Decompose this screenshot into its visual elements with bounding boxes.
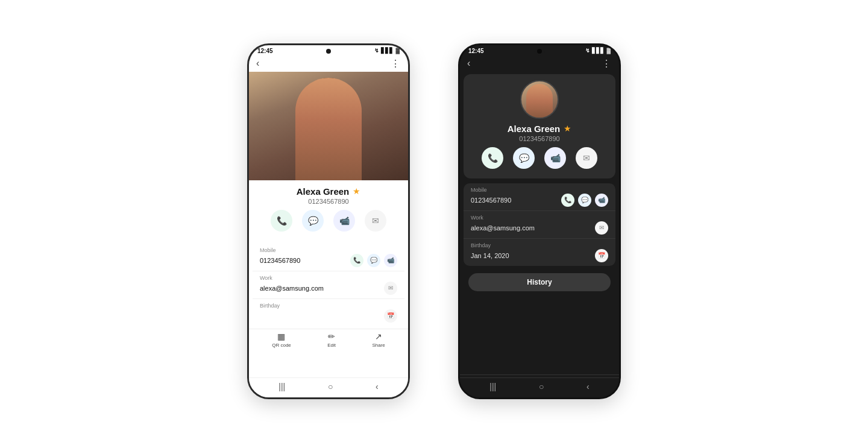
mail-button-dark[interactable]: ✉ [576,147,597,169]
status-icons-light: ↯ ▋▋▋ ▓ [374,48,400,54]
bottom-nav-dark: ||| ○ ‹ [460,377,619,397]
mobile-row-light: Mobile 01234567890 📞 💬 📹 [253,244,404,271]
bottom-toolbar-light: ▦ QR code ✏ Edit ↗ Share [249,329,408,352]
birthday-value-row-light: 📅 [260,309,397,323]
wifi-icon-dark: ↯ [585,48,590,54]
back-button-dark[interactable]: ‹ [467,58,470,69]
mobile-value-dark: 01234567890 [471,197,511,204]
work-mail-light[interactable]: ✉ [384,282,397,295]
work-value-row-dark: alexa@samsung.com ✉ [471,221,608,235]
share-label-light: Share [372,343,385,348]
call-button-dark[interactable]: 📞 [482,147,503,169]
action-row-dark: 📞 💬 📹 ✉ [470,147,609,169]
mobile-value-row-dark: 01234567890 📞 💬 📹 [471,194,608,207]
work-label-dark: Work [471,215,608,221]
birthday-cal-light[interactable]: 📅 [384,309,397,323]
nav-home-dark[interactable]: ○ [539,382,544,391]
work-row-dark: Work alexa@samsung.com ✉ [464,211,615,239]
nav-back-dark[interactable]: ‹ [587,382,590,391]
mobile-msg-light[interactable]: 💬 [367,254,380,267]
message-button-dark[interactable]: 💬 [513,147,535,169]
mobile-row-dark: Mobile 01234567890 📞 💬 📹 [464,183,615,211]
call-button-light[interactable]: 📞 [271,210,292,232]
mobile-call-dark[interactable]: 📞 [561,194,574,207]
qr-icon-light: ▦ [277,332,285,341]
message-button-light[interactable]: 💬 [302,210,324,232]
app-bar-light: ‹ ⋮ [249,55,408,72]
birthday-actions-light: 📅 [384,309,397,323]
edit-icon-light: ✏ [328,332,335,341]
phone-dark: 12:45 ↯ ▋▋▋ ▓ ‹ ⋮ Alexa Green ★ 01234567… [458,43,621,399]
hero-photo-light [249,72,408,180]
video-button-dark[interactable]: 📹 [544,147,566,169]
detail-section-light: Mobile 01234567890 📞 💬 📹 Work alexa@sams… [253,244,404,326]
history-button[interactable]: History [468,273,611,291]
time-light: 12:45 [257,48,273,54]
dark-contact-card: Alexa Green ★ 01234567890 📞 💬 📹 ✉ [464,74,615,178]
status-icons-dark: ↯ ▋▋▋ ▓ [585,48,611,54]
app-bar-dark: ‹ ⋮ [460,55,619,72]
work-value-light: alexa@samsung.com [260,285,324,292]
work-value-row-light: alexa@samsung.com ✉ [260,282,397,295]
time-dark: 12:45 [468,48,484,54]
work-value-dark: alexa@samsung.com [471,224,535,232]
work-mail-dark[interactable]: ✉ [595,221,608,235]
qr-code-button-light[interactable]: ▦ QR code [272,332,291,348]
wifi-icon: ↯ [374,48,379,54]
phone-light: 12:45 ↯ ▋▋▋ ▓ ‹ ⋮ Alexa Green ★ 0123 [247,43,410,399]
nav-back-light[interactable]: ‹ [376,382,379,391]
share-icon-light: ↗ [375,332,382,341]
more-button-dark[interactable]: ⋮ [602,58,612,69]
battery-icon: ▓ [395,48,400,54]
edit-label-light: Edit [327,343,336,348]
work-actions-dark: ✉ [595,221,608,235]
birthday-row-dark: Birthday Jan 14, 2020 📅 [464,239,615,266]
birthday-label-light: Birthday [260,303,397,309]
contact-section-light: Alexa Green ★ 01234567890 📞 💬 📹 ✉ [249,180,408,241]
mobile-msg-dark[interactable]: 💬 [578,194,591,207]
mobile-value-light: 01234567890 [260,257,300,264]
birthday-value-dark: Jan 14, 2020 [471,252,509,259]
mobile-video-dark[interactable]: 📹 [595,194,608,207]
more-button-light[interactable]: ⋮ [391,58,401,69]
back-button-light[interactable]: ‹ [256,58,259,69]
camera-dark [537,49,542,54]
edit-button-light[interactable]: ✏ Edit [327,332,336,348]
star-icon-light: ★ [353,186,360,196]
work-label-light: Work [260,275,397,281]
silhouette [295,78,362,180]
contact-name-dark: Alexa Green [508,124,561,134]
nav-home-light[interactable]: ○ [328,382,333,391]
battery-icon-dark: ▓ [606,48,611,54]
mobile-label-light: Mobile [260,247,397,253]
signal-icon-dark: ▋▋▋ [592,48,605,54]
birthday-row-light: Birthday 📅 [253,299,404,326]
spacer-dark [460,296,619,374]
work-row-light: Work alexa@samsung.com ✉ [253,271,404,299]
mail-button-light[interactable]: ✉ [365,210,386,232]
camera [326,49,331,54]
birthday-actions-dark: 📅 [595,249,608,262]
video-button-light[interactable]: 📹 [333,210,355,232]
contact-name-light: Alexa Green [297,186,350,197]
mobile-label-dark: Mobile [471,187,608,193]
share-button-light[interactable]: ↗ Share [372,332,385,348]
mobile-call-light[interactable]: 📞 [350,254,363,267]
bottom-nav-light: ||| ○ ‹ [249,377,408,397]
nav-menu-dark[interactable]: ||| [489,382,496,391]
contact-name-row-light: Alexa Green ★ [257,186,400,197]
contact-name-row-dark: Alexa Green ★ [470,124,609,134]
qr-label-light: QR code [272,343,291,348]
avatar-inner [526,84,553,118]
star-icon-dark: ★ [564,124,571,133]
nav-menu-light[interactable]: ||| [278,382,285,391]
mobile-actions-light: 📞 💬 📹 [350,254,397,267]
mobile-video-light[interactable]: 📹 [384,254,397,267]
birthday-cal-dark[interactable]: 📅 [595,249,608,262]
birthday-label-dark: Birthday [471,242,608,248]
detail-section-dark: Mobile 01234567890 📞 💬 📹 Work alexa@sams… [464,183,615,266]
birthday-value-row-dark: Jan 14, 2020 📅 [471,249,608,262]
signal-icon: ▋▋▋ [381,48,394,54]
dark-avatar [520,80,559,119]
mobile-value-row-light: 01234567890 📞 💬 📹 [260,254,397,267]
